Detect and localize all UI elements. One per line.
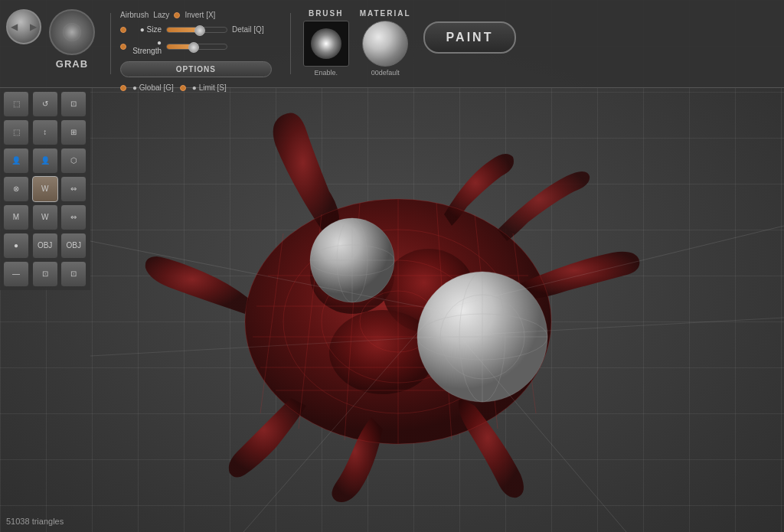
size-strength-controls: ● Size Detail [Q] ● Strength	[120, 25, 264, 55]
paint-button[interactable]: PAINT	[423, 21, 517, 54]
airbrush-label: Airbrush	[120, 11, 149, 19]
size-slider[interactable]	[166, 27, 227, 33]
tool-btn-6[interactable]: ⊞	[60, 119, 87, 145]
size-dot	[120, 27, 126, 33]
tool9-icon: ⬡	[70, 157, 77, 165]
grab-nav-control: GRAB	[49, 9, 95, 70]
tool-btn-2[interactable]: ↺	[32, 91, 58, 117]
tool-btn-4[interactable]: ⬚	[3, 119, 29, 145]
strength-dot	[120, 44, 126, 50]
tool-btn-18[interactable]: OBJ	[60, 233, 87, 259]
material-preview[interactable]	[362, 21, 408, 67]
tool-btn-17[interactable]: OBJ	[32, 233, 58, 259]
tool-btn-7[interactable]: 👤	[3, 148, 29, 174]
global-dot	[120, 85, 126, 91]
tool7-icon: 👤	[11, 157, 21, 165]
tool10-icon: ⊗	[13, 185, 19, 193]
tool3-icon: ⊡	[70, 100, 77, 108]
tool15-icon: ⇔	[70, 214, 77, 221]
strength-label: ● Strength	[131, 38, 162, 55]
strength-slider-row: ● Strength	[120, 38, 264, 55]
size-label: ● Size	[131, 25, 162, 34]
tool-btn-12[interactable]: ⇔	[60, 176, 87, 202]
tool6-icon: ⊞	[70, 129, 77, 136]
tool-btn-15[interactable]: ⇔	[60, 204, 87, 230]
grab-button[interactable]	[49, 9, 95, 55]
tool-btn-21[interactable]: ⊡	[60, 261, 87, 287]
triangle-count: 51038 triangles	[6, 517, 64, 526]
tool18-icon: OBJ	[67, 242, 81, 250]
detail-label: Detail [Q]	[232, 25, 264, 34]
tool-btn-3[interactable]: ⊡	[60, 91, 87, 117]
toolbar-separator	[110, 13, 111, 74]
brush-preview-inner	[311, 28, 341, 59]
tool-btn-5[interactable]: ↕	[32, 119, 58, 145]
tool-btn-13[interactable]: M	[3, 204, 29, 230]
enable-label: Enable.	[314, 69, 338, 77]
global-label: ● Global [G]	[132, 83, 174, 92]
creature-3d	[77, 61, 727, 513]
tool12-icon: ⇔	[70, 185, 77, 193]
toolbar-separator-2	[290, 13, 291, 74]
tool-btn-16[interactable]: ●	[3, 233, 29, 259]
tool-btn-10[interactable]: ⊗	[3, 176, 29, 202]
tool4-icon: ⬚	[13, 129, 20, 136]
tool20-icon: ⊡	[42, 270, 48, 278]
tool-btn-1[interactable]: ⬚	[3, 91, 29, 117]
size-thumb[interactable]	[194, 25, 205, 36]
tool-btn-14[interactable]: W	[32, 204, 58, 230]
invert-label: Invert [X]	[185, 11, 215, 19]
strength-thumb[interactable]	[188, 42, 199, 53]
tool1-icon: ⬚	[13, 100, 20, 108]
material-title: MATERIAL	[360, 9, 411, 18]
top-toolbar: GRAB Airbrush Lazy Invert [X] ● Size Det…	[0, 0, 784, 88]
limit-dot	[180, 85, 186, 91]
tool-btn-20[interactable]: ⊡	[32, 261, 58, 287]
status-bar: 51038 triangles	[6, 517, 64, 526]
material-panel: MATERIAL 00default	[360, 9, 411, 77]
left-tool-panel: ⬚ ↺ ⊡ ⬚ ↕ ⊞ 👤 👤 ⬡ ⊗ W ⇔ M W ⇔ ● OBJ OBJ …	[0, 88, 90, 290]
limit-label: ● Limit [S]	[192, 83, 227, 92]
tool-btn-19[interactable]: —	[3, 261, 29, 287]
tool-btn-9[interactable]: ⬡	[60, 148, 87, 174]
tool19-icon: —	[12, 270, 20, 278]
brush-title: BRUSH	[309, 9, 344, 18]
size-slider-row: ● Size Detail [Q]	[120, 25, 264, 34]
tool17-icon: OBJ	[38, 242, 52, 250]
tool-btn-8[interactable]: 👤	[32, 148, 58, 174]
tool16-icon: ●	[14, 242, 18, 250]
brush-panel: BRUSH Enable.	[303, 9, 349, 77]
tool5-icon: ↕	[43, 129, 47, 136]
tool-btn-11[interactable]: W	[32, 176, 58, 202]
material-name: 00default	[371, 69, 400, 77]
tool8-icon: 👤	[41, 157, 50, 165]
tool14-icon: W	[41, 214, 48, 221]
strength-slider[interactable]	[166, 44, 227, 50]
airbrush-row: Airbrush Lazy Invert [X]	[120, 11, 272, 19]
tool21-icon: ⊡	[70, 270, 77, 278]
lazy-label: Lazy	[153, 11, 169, 19]
brush-preview[interactable]	[303, 21, 349, 67]
tool13-icon: M	[13, 214, 19, 221]
brush-controls: Airbrush Lazy Invert [X] ● Size Detail […	[120, 11, 272, 92]
invert-dot	[174, 12, 180, 18]
global-limit-row: ● Global [G] ● Limit [S]	[120, 83, 272, 92]
nav-cube-button[interactable]	[6, 9, 41, 44]
grab-label: GRAB	[56, 58, 88, 70]
tool11-icon: W	[41, 185, 48, 193]
nav-cube	[6, 9, 41, 46]
tool2-icon: ↺	[42, 100, 48, 108]
options-button[interactable]: OPTIONS	[120, 61, 272, 77]
